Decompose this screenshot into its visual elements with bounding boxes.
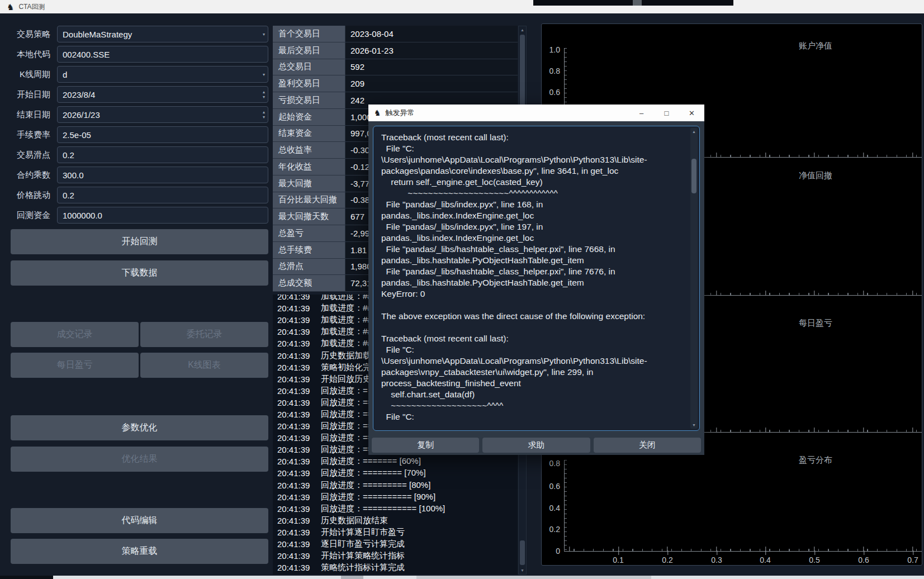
traceback-text: Traceback (most recent call last): File … [381,132,685,428]
stat-label: 年化收益 [273,159,345,175]
x-tick-label: 0.6 [858,556,869,564]
stat-label: 亏损交易日 [273,92,345,108]
start-backtest-button[interactable]: 开始回测 [11,229,268,254]
dialog-buttons: 复制 求助 关闭 [372,438,701,453]
field-adorner-icon[interactable]: ▾ [263,26,265,42]
log-time: 20:41:39 [277,410,312,419]
log-time: 20:41:39 [277,295,312,301]
table-row: 首个交易日 2023-08-04 [273,26,518,42]
log-entry: 20:41:39 开始计算逐日盯市盈亏 [273,526,518,538]
strategy-reload-button[interactable]: 策略重载 [11,539,268,564]
field-input[interactable]: 300.0 [57,167,268,183]
field-adorner-icon[interactable]: ▾ [263,67,265,82]
field-label: 回测资金 [0,210,50,221]
taskbar-strip[interactable] [0,576,924,579]
field-adorner-icon[interactable]: ▴ ▾ [263,107,265,122]
download-data-button[interactable]: 下载数据 [11,260,268,286]
param-optimize-button[interactable]: 参数优化 [11,415,268,440]
scrollbar-thumb[interactable] [520,540,525,565]
dialog-window-controls: – □ ✕ [629,105,704,121]
field-input[interactable]: 0.2 [57,146,268,163]
daily-pnl-button[interactable]: 每日盈亏 [11,353,139,378]
stat-label: 总盈亏 [273,225,345,241]
scroll-up-icon[interactable]: ▲ [519,28,526,32]
vnpy-horse-icon: ♞ [7,3,14,11]
y-tick-label: 0 [541,547,560,556]
trade-records-button[interactable]: 成交记录 [11,322,139,347]
chart4-x-major-ticks [564,547,922,551]
order-records-button[interactable]: 委托记录 [140,322,268,347]
form-row: K线周期 d ▾ [0,66,268,83]
field-value: 2.5e-05 [63,130,91,140]
field-label: 价格跳动 [0,190,50,201]
log-entry: 20:41:39 策略统计指标计算完成 [273,562,518,573]
log-time: 20:41:39 [277,445,312,454]
y-tick-label: 0.8 [541,459,560,468]
background-window-strip [533,0,733,6]
stat-label: 百分比最大回撤 [273,192,345,208]
stat-label: 总滑点 [273,259,345,275]
scroll-down-icon[interactable]: ▼ [690,423,698,427]
stat-label: 结束资金 [273,126,345,142]
form-row: 交易滑点 0.2 [0,146,268,163]
field-value: DoubleMaStrategy [63,30,132,39]
log-time: 20:41:39 [277,327,312,336]
table-row: 盈利交易日 209 [273,75,518,92]
kline-chart-button[interactable]: K线图表 [140,353,268,378]
close-button[interactable]: 关闭 [594,438,701,453]
copy-button[interactable]: 复制 [372,438,479,453]
help-button[interactable]: 求助 [482,438,590,453]
chart-title-account-net-value: 账户净值 [792,41,839,51]
traceback-textarea[interactable]: Traceback (most recent call last): File … [373,126,700,431]
backtest-settings-form: 交易策略 DoubleMaStrategy ▾ 本地代码 002400.SSE … [0,26,268,224]
y-tick-label: 0.8 [541,67,560,75]
minimize-icon[interactable]: – [629,105,654,121]
field-value: 1000000.0 [63,211,102,220]
dialog-titlebar[interactable]: ♞ 触发异常 – □ ✕ [368,105,704,121]
field-input[interactable]: 002400.SSE [57,46,268,63]
stat-label: 总成交额 [273,275,345,291]
scrollbar-thumb[interactable] [691,159,696,193]
vnpy-horse-icon: ♞ [374,109,381,117]
log-entry: 20:41:39 逐日盯市盈亏计算完成 [273,538,518,550]
stat-label: 起始资金 [273,109,345,125]
log-message: 开始计算逐日盯市盈亏 [321,527,405,538]
field-adorner-icon[interactable]: ▴ ▾ [263,87,265,102]
code-edit-button[interactable]: 代码编辑 [11,508,268,533]
field-input[interactable]: DoubleMaStrategy ▾ [57,26,268,42]
log-entry: 20:41:39 回放进度：========== [90%] [273,491,518,503]
field-input[interactable]: 1000000.0 [57,207,268,224]
table-row: 总交易日 592 [273,59,518,76]
log-message: 开始计算策略统计指标 [321,550,405,561]
window-titlebar[interactable]: ♞ CTA回测 [0,0,924,13]
field-label: 本地代码 [0,49,50,60]
optimize-result-button[interactable]: 优化结果 [11,447,268,472]
close-icon[interactable]: ✕ [679,105,704,121]
field-input[interactable]: 2023/8/4 ▴ ▾ [57,86,268,103]
chart4-y-minor-ticks [565,460,567,551]
exception-dialog: ♞ 触发异常 – □ ✕ Traceback (most recent call… [368,105,704,455]
field-input[interactable]: d ▾ [57,66,268,83]
log-entry: 20:41:39 回放进度：======== [70%] [273,467,518,479]
log-time: 20:41:39 [277,539,312,549]
scroll-up-icon[interactable]: ▲ [690,130,698,134]
log-message: 逐日盯市盈亏计算完成 [321,539,405,549]
field-label: 结束日期 [0,110,50,120]
window-title: CTA回测 [18,2,45,12]
log-time: 20:41:39 [277,303,312,313]
dialog-title: 触发异常 [386,108,415,118]
field-value: 2026/1/23 [63,110,100,120]
field-input[interactable]: 0.2 [57,187,268,203]
chart-title-daily-pnl: 每日盈亏 [792,318,839,329]
maximize-icon[interactable]: □ [654,105,679,121]
field-input[interactable]: 2.5e-05 [57,126,268,143]
x-tick-label: 0.3 [711,556,722,564]
stat-label: 总交易日 [273,59,345,75]
log-time: 20:41:39 [277,516,312,525]
dialog-scrollbar[interactable]: ▲ ▼ [690,128,698,429]
field-input[interactable]: 2026/1/23 ▴ ▾ [57,106,268,123]
log-time: 20:41:39 [277,386,312,396]
field-label: K线周期 [0,69,50,80]
log-time: 20:41:39 [277,421,312,431]
scroll-down-icon[interactable]: ▼ [519,568,526,572]
